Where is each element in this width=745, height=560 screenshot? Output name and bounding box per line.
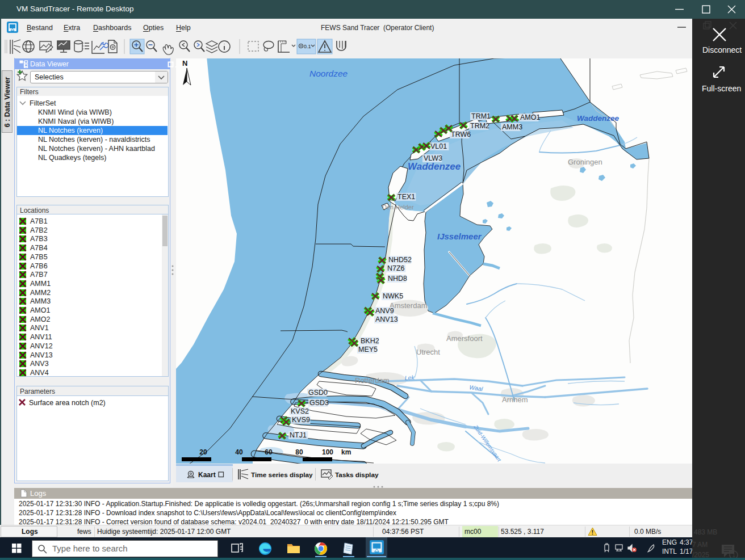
svg-text:Lek: Lek <box>404 374 415 381</box>
svg-text:TRM1: TRM1 <box>471 112 491 120</box>
svg-text:GSD3: GSD3 <box>309 399 329 407</box>
svg-text:N: N <box>182 59 187 68</box>
svg-text:Waddenzee: Waddenzee <box>577 114 620 123</box>
svg-text:KVS2: KVS2 <box>291 407 309 415</box>
svg-text:Amersfoort: Amersfoort <box>446 334 483 343</box>
svg-text:IJsselmeer: IJsselmeer <box>437 231 482 241</box>
svg-text:NWK5: NWK5 <box>383 292 403 300</box>
svg-text:0.1: 0.1 <box>304 44 311 49</box>
svg-text:NTJ1: NTJ1 <box>290 431 307 439</box>
svg-text:km: km <box>341 448 351 456</box>
svg-text:NHD52: NHD52 <box>388 256 412 264</box>
svg-text:MEY5: MEY5 <box>358 346 378 353</box>
svg-text:Arnhem: Arnhem <box>502 395 528 404</box>
svg-text:Groningen: Groningen <box>568 158 602 166</box>
svg-text:KVS9: KVS9 <box>292 416 310 424</box>
svg-text:ANV13: ANV13 <box>375 315 398 323</box>
svg-text:Den Helder: Den Helder <box>382 204 414 210</box>
svg-text:TRW6: TRW6 <box>451 130 471 138</box>
svg-text:80: 80 <box>295 448 303 456</box>
svg-text:Utrecht: Utrecht <box>416 348 440 356</box>
svg-text:TEX1: TEX1 <box>397 193 415 201</box>
svg-text:40: 40 <box>235 448 243 456</box>
svg-text:20: 20 <box>199 448 207 456</box>
svg-text:VL01: VL01 <box>430 142 447 150</box>
svg-text:N7Z6: N7Z6 <box>387 264 405 272</box>
svg-text:BKH2: BKH2 <box>361 337 379 345</box>
svg-text:Waddenzee: Waddenzee <box>408 161 461 172</box>
svg-text:100: 100 <box>322 448 333 456</box>
svg-text:NHD8: NHD8 <box>388 275 407 283</box>
svg-text:60: 60 <box>265 448 273 456</box>
svg-text:TRM2: TRM2 <box>470 122 489 130</box>
svg-text:ANV9: ANV9 <box>375 307 394 315</box>
svg-text:GSD0: GSD0 <box>308 389 328 397</box>
svg-text:AMM3: AMM3 <box>502 123 522 131</box>
svg-text:Rotterdam: Rotterdam <box>355 376 390 385</box>
svg-text:Noordzee: Noordzee <box>309 69 348 78</box>
svg-text:Amsterdam: Amsterdam <box>390 301 427 310</box>
svg-text:VLW3: VLW3 <box>424 154 442 162</box>
svg-text:AMO1: AMO1 <box>520 113 540 121</box>
